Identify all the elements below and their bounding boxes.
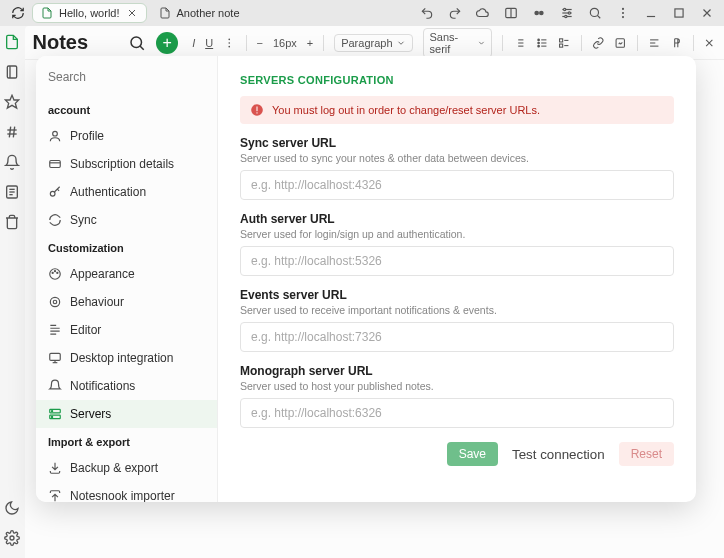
sidebar-item-authentication[interactable]: Authentication — [36, 178, 217, 206]
sidebar-item-desktop[interactable]: Desktop integration — [36, 344, 217, 372]
notebooks-icon[interactable] — [4, 64, 20, 80]
tags-icon[interactable] — [4, 124, 20, 140]
palette-icon — [48, 267, 62, 281]
bullet-list-icon[interactable] — [536, 36, 549, 50]
config-title: SERVERS CONFIGURATION — [240, 74, 674, 86]
key-icon — [48, 185, 62, 199]
svg-rect-69 — [256, 107, 257, 112]
field-label: Sync server URL — [240, 136, 674, 150]
save-button[interactable]: Save — [447, 442, 498, 466]
add-note-button[interactable]: + — [156, 32, 178, 54]
settings-search-input[interactable] — [46, 66, 207, 88]
titlebar: Hello, world! Another note — [0, 0, 724, 26]
svg-line-23 — [14, 127, 15, 138]
reset-button[interactable]: Reset — [619, 442, 674, 466]
logout-alert: You must log out in order to change/rese… — [240, 96, 674, 124]
block-style-select[interactable]: Paragraph — [334, 34, 412, 52]
svg-point-10 — [590, 8, 598, 16]
settings-search[interactable] — [46, 66, 207, 88]
sidebar-item-behaviour[interactable]: Behaviour — [36, 288, 217, 316]
reload-icon[interactable] — [4, 6, 32, 20]
sidebar-item-label: Servers — [70, 407, 111, 421]
monograph-server-input[interactable] — [240, 398, 674, 428]
svg-point-14 — [622, 16, 624, 18]
events-server-input[interactable] — [240, 322, 674, 352]
field-label: Monograph server URL — [240, 364, 674, 378]
monographs-icon[interactable] — [4, 184, 20, 200]
field-help: Server used to receive important notific… — [240, 304, 674, 316]
sync-server-input[interactable] — [240, 170, 674, 200]
cloud-icon[interactable] — [476, 6, 490, 20]
text-direction-icon[interactable] — [670, 36, 683, 50]
sidebar-item-subscription[interactable]: Subscription details — [36, 150, 217, 178]
server-icon — [48, 407, 62, 421]
close-icon[interactable] — [126, 7, 138, 19]
tab-another-note[interactable]: Another note — [151, 3, 248, 23]
italic-button[interactable]: I — [192, 37, 195, 49]
ordered-list-icon[interactable] — [513, 36, 526, 50]
panel-icon[interactable] — [504, 6, 518, 20]
svg-rect-16 — [675, 9, 683, 17]
checklist-icon[interactable] — [558, 36, 571, 50]
font-size-decrease[interactable]: − — [257, 37, 263, 49]
field-help: Server used for login/sign up and authen… — [240, 228, 674, 240]
auth-server-input[interactable] — [240, 246, 674, 276]
focus-mode-icon[interactable] — [532, 6, 546, 20]
more-format-icon[interactable] — [223, 36, 236, 50]
field-label: Auth server URL — [240, 212, 674, 226]
test-connection-button[interactable]: Test connection — [512, 447, 605, 462]
svg-point-33 — [229, 45, 231, 47]
sidebar-item-label: Appearance — [70, 267, 135, 281]
underline-button[interactable]: U — [205, 37, 213, 49]
svg-point-13 — [622, 12, 624, 14]
sidebar-item-appearance[interactable]: Appearance — [36, 260, 217, 288]
notes-icon[interactable] — [4, 34, 20, 50]
tab-hello-world[interactable]: Hello, world! — [32, 3, 147, 23]
field-monograph-server: Monograph server URL Server used to host… — [240, 364, 674, 428]
font-family-select[interactable]: Sans-serif — [423, 28, 493, 58]
sidebar-item-backup[interactable]: Backup & export — [36, 454, 217, 482]
sidebar-item-sync[interactable]: Sync — [36, 206, 217, 234]
font-size-value[interactable]: 16px — [273, 37, 297, 49]
sidebar-item-notifications[interactable]: Notifications — [36, 372, 217, 400]
font-size-increase[interactable]: + — [307, 37, 313, 49]
redo-icon[interactable] — [448, 6, 462, 20]
note-icon — [41, 7, 53, 19]
svg-point-8 — [568, 12, 570, 14]
svg-point-56 — [52, 272, 53, 273]
sidebar-item-notesnook-importer[interactable]: Notesnook importer — [36, 482, 217, 502]
sync-icon — [48, 213, 62, 227]
sidebar-item-label: Desktop integration — [70, 351, 173, 365]
align-icon[interactable] — [648, 36, 661, 50]
svg-point-37 — [538, 39, 540, 41]
reminders-icon[interactable] — [4, 154, 20, 170]
sidebar-item-editor[interactable]: Editor — [36, 316, 217, 344]
svg-point-31 — [229, 38, 231, 40]
clear-format-icon[interactable] — [703, 36, 716, 50]
bell-icon — [48, 379, 62, 393]
search-icon[interactable] — [128, 34, 146, 52]
sidebar-item-profile[interactable]: Profile — [36, 122, 217, 150]
sidebar-item-servers[interactable]: Servers — [36, 400, 217, 428]
backup-icon — [48, 461, 62, 475]
editor-toolbar: I U − 16px + Paragraph Sans-serif — [192, 28, 716, 58]
trash-icon[interactable] — [4, 214, 20, 230]
attachment-icon[interactable] — [614, 36, 627, 50]
settings-icon[interactable] — [4, 530, 20, 546]
favorites-icon[interactable] — [4, 94, 20, 110]
settings-content: SERVERS CONFIGURATION You must log out i… — [218, 56, 696, 502]
field-label: Events server URL — [240, 288, 674, 302]
undo-icon[interactable] — [420, 6, 434, 20]
dark-mode-icon[interactable] — [4, 500, 20, 516]
minimize-icon[interactable] — [644, 6, 658, 20]
link-icon[interactable] — [592, 36, 605, 50]
more-icon[interactable] — [616, 6, 630, 20]
svg-point-9 — [565, 15, 567, 17]
svg-point-54 — [50, 191, 55, 196]
svg-rect-43 — [560, 38, 563, 41]
properties-icon[interactable] — [560, 6, 574, 20]
search-icon[interactable] — [588, 6, 602, 20]
maximize-icon[interactable] — [672, 6, 686, 20]
window-close-icon[interactable] — [700, 6, 714, 20]
editor-icon — [48, 323, 62, 337]
